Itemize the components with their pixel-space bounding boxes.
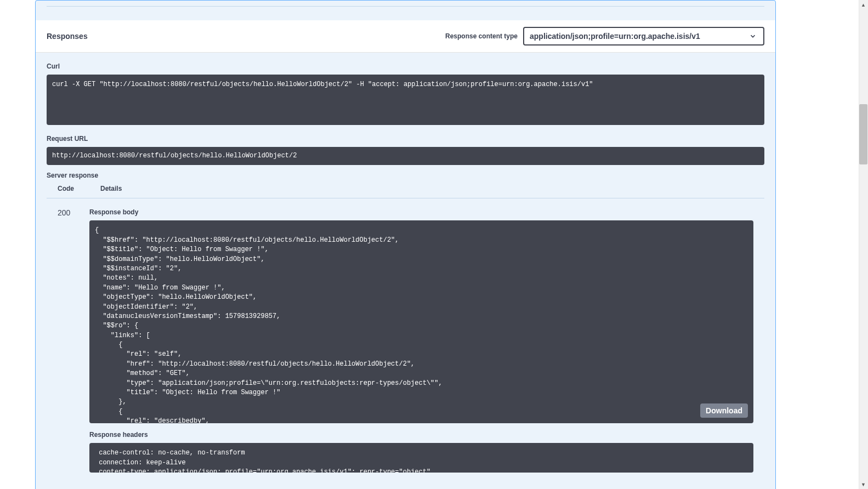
- response-body-block[interactable]: { "$$href": "http://localhost:8080/restf…: [89, 220, 753, 423]
- page-scrollbar[interactable]: ▲ ▼: [859, 0, 868, 489]
- code-column-header: Code: [58, 185, 100, 192]
- divider: [47, 6, 764, 7]
- content-type-select[interactable]: application/json;profile=urn:org.apache.…: [523, 27, 764, 46]
- scroll-up-icon[interactable]: ▲: [859, 0, 868, 9]
- response-row: 200 Response body { "$$href": "http://lo…: [36, 198, 775, 473]
- response-code: 200: [47, 208, 89, 473]
- request-url-block[interactable]: http://localhost:8080/restful/objects/he…: [47, 147, 764, 165]
- response-headers-block[interactable]: cache-control: no-cache, no-transform co…: [89, 443, 753, 473]
- content-type-label: Response content type: [445, 32, 518, 40]
- curl-block[interactable]: curl -X GET "http://localhost:8080/restf…: [47, 75, 764, 125]
- responses-bar: Responses Response content type applicat…: [36, 20, 775, 53]
- download-button[interactable]: Download: [700, 403, 748, 418]
- request-url-label: Request URL: [47, 135, 764, 143]
- response-headers-label: Response headers: [89, 431, 753, 439]
- scroll-thumb[interactable]: [859, 104, 867, 164]
- server-response-label: Server response: [36, 165, 775, 185]
- scroll-down-icon[interactable]: ▼: [859, 480, 868, 489]
- responses-title: Responses: [47, 32, 88, 41]
- response-table-head: Code Details: [47, 185, 764, 198]
- responses-panel: Responses Response content type applicat…: [35, 0, 776, 489]
- details-column-header: Details: [100, 185, 122, 192]
- curl-label: Curl: [47, 62, 764, 70]
- response-body-label: Response body: [89, 208, 753, 216]
